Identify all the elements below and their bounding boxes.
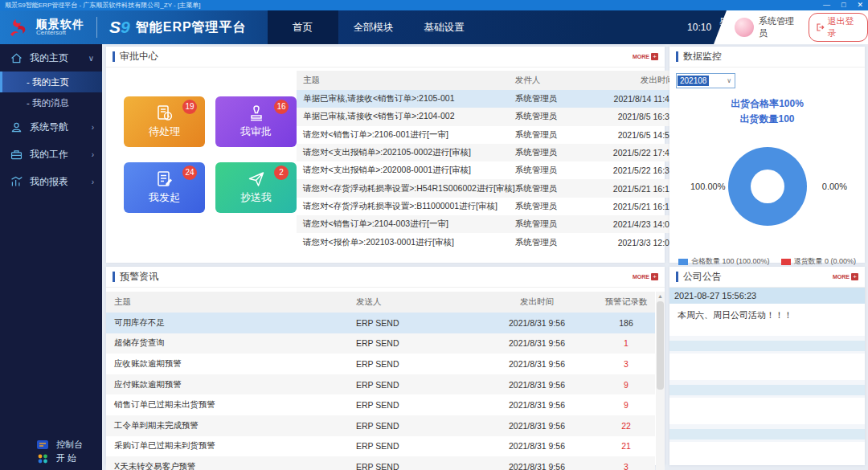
- close-button[interactable]: ✕: [857, 0, 863, 10]
- more-plus-icon: +: [651, 273, 658, 280]
- tab-basic-settings[interactable]: 基础设置: [409, 10, 480, 44]
- row-count: 3: [597, 359, 655, 369]
- monitor-panel-header: 数据监控: [669, 47, 865, 67]
- alert-table-row[interactable]: 采购订单已过期未到货预警 ERP SEND 2021/8/31 9:56 21: [106, 436, 655, 457]
- more-label: MORE: [633, 54, 649, 59]
- row-time: 2021/8/31 9:56: [477, 462, 597, 470]
- announcement-content: 本周六、周日公司活动！！！: [669, 304, 865, 336]
- start-button[interactable]: 开 始: [0, 452, 102, 465]
- row-subject: 销售订单已过期未出货预警: [106, 399, 356, 411]
- row-sender: 系统管理员: [515, 93, 596, 104]
- approval-table-row[interactable]: 单据已审核,请接收<销售订单>:2104-002 系统管理员 2021/8/5 …: [297, 108, 682, 125]
- approval-table-row[interactable]: 请您对<支出报销单>:202008-0001进行[审核] 系统管理员 2021/…: [297, 161, 682, 179]
- row-time: 2021/8/31 9:56: [477, 338, 597, 348]
- data-monitor-panel: 数据监控 202108 ∨ 出货合格率100% 出货数量100 100.00% …: [669, 47, 865, 263]
- approval-table-row[interactable]: 请您对<支出报销单>:202105-0002进行[审核] 系统管理员 2021/…: [297, 144, 682, 161]
- col-header-sender: 发件人: [515, 75, 596, 86]
- tile-my-approvals[interactable]: 16 我审批: [215, 96, 297, 147]
- row-count: 22: [597, 421, 655, 431]
- sidebar-item-my-work[interactable]: 我的工作 ›: [0, 141, 102, 168]
- more-label: MORE: [633, 274, 649, 280]
- approval-table-row[interactable]: 请您对<存货浮动耗损率设置>:B11000001进行[审核] 系统管理员 202…: [297, 198, 682, 215]
- window-title: 顺景S9智能ERP管理平台 - 广东顺景软件科技有限公司_ZY - [主菜单]: [5, 0, 200, 10]
- sidebar-item-system-nav[interactable]: 系统导航 ›: [0, 113, 102, 141]
- legend-ok: 合格数量 100 (100.00%): [678, 256, 770, 267]
- period-value: 202108: [678, 76, 709, 86]
- row-subject: 采购订单已过期未到货预警: [106, 440, 356, 452]
- period-select[interactable]: 202108 ∨: [676, 73, 735, 88]
- legend-ok-swatch: [678, 259, 688, 265]
- console-icon: [37, 440, 48, 449]
- row-sender: ERP SEND: [356, 462, 477, 470]
- approval-more-button[interactable]: MORE +: [633, 53, 658, 60]
- alert-table-row[interactable]: X天未转交易客户预警 ERP SEND 2021/8/31 9:56 3: [106, 456, 655, 470]
- row-sender: ERP SEND: [356, 400, 477, 410]
- row-sender: ERP SEND: [356, 338, 477, 348]
- alert-table-row[interactable]: 销售订单已过期未出货预警 ERP SEND 2021/8/31 9:56 9: [106, 394, 655, 415]
- approval-table-row[interactable]: 请您对<报价单>:202103-0001进行[审核] 系统管理员 2021/3/…: [297, 233, 682, 251]
- tile-label: 抄送我: [240, 190, 272, 205]
- approval-table-row[interactable]: 请您对<存货浮动耗损率设置>:H54R1S006002进行[审核] 系统管理员 …: [297, 179, 682, 197]
- tile-pending[interactable]: 19 待处理: [124, 96, 205, 147]
- row-subject: 请您对<存货浮动耗损率设置>:B11000001进行[审核]: [297, 201, 515, 212]
- scroll-thumb[interactable]: [657, 301, 664, 390]
- alerts-more-button[interactable]: MORE +: [633, 273, 658, 280]
- row-sender: 系统管理员: [515, 165, 596, 176]
- approval-table-row[interactable]: 请您对<销售订单>:2106-001进行[一审] 系统管理员 2021/6/5 …: [297, 126, 682, 144]
- row-subject: 单据已审核,请接收<销售订单>:2105-001: [297, 93, 515, 104]
- chart-title-line2: 出货数量100: [669, 112, 865, 127]
- brand-name-en: Centersoft: [36, 30, 84, 36]
- start-label: 开 始: [56, 452, 76, 464]
- row-time: 2021/8/31 9:56: [477, 421, 597, 431]
- alert-table-row[interactable]: 超储存货查询 ERP SEND 2021/8/31 9:56 1: [106, 333, 655, 354]
- row-subject: 请您对<支出报销单>:202008-0001进行[审核]: [297, 165, 515, 176]
- row-sender: ERP SEND: [356, 380, 477, 390]
- alert-table-row[interactable]: 可用库存不足 ERP SEND 2021/8/31 9:56 186: [106, 313, 655, 333]
- sidebar-item-my-home[interactable]: 我的主页 ∨: [0, 44, 102, 72]
- tab-all-modules[interactable]: 全部模块: [338, 10, 409, 44]
- brand-name: 顺景软件 Centersoft: [36, 18, 84, 36]
- document-clock-icon: [156, 104, 174, 122]
- approval-table-row[interactable]: 请您对<销售订单>:2104-003进行[一审] 系统管理员 2021/4/23…: [297, 215, 682, 233]
- avatar[interactable]: [735, 18, 754, 37]
- paper-plane-icon: [248, 170, 265, 188]
- s9-logo: S9: [109, 18, 130, 37]
- console-button[interactable]: 控制台: [0, 438, 102, 452]
- start-icon: [37, 454, 48, 464]
- alert-table-row[interactable]: 工令单到期未完成预警 ERP SEND 2021/8/31 9:56 22: [106, 415, 655, 436]
- sidebar-subitem-my-messages[interactable]: 我的消息: [0, 92, 102, 113]
- minimize-button[interactable]: —: [823, 0, 830, 10]
- col-header-subject: 主题: [106, 296, 356, 308]
- sidebar-subitem-my-home[interactable]: 我的主页: [0, 72, 102, 92]
- announcements-more-button[interactable]: MORE +: [833, 273, 858, 280]
- tile-initiated-by-me[interactable]: 24 我发起: [124, 162, 205, 213]
- logout-button[interactable]: 退出登录: [809, 13, 868, 42]
- row-sender: 系统管理员: [515, 111, 596, 122]
- stamp-icon: [248, 104, 265, 122]
- announcement-date[interactable]: 2021-08-27 15:56:23: [669, 288, 865, 304]
- announcements-panel-title: 公司公告: [676, 270, 722, 284]
- row-subject: 请您对<支出报销单>:202105-0002进行[审核]: [297, 147, 515, 158]
- monitor-panel-title: 数据监控: [676, 50, 722, 63]
- maximize-button[interactable]: □: [841, 0, 845, 10]
- row-subject: 请您对<销售订单>:2104-003进行[一审]: [297, 219, 515, 230]
- approval-rows: 单据已审核,请接收<销售订单>:2105-001 系统管理员 2021/8/14…: [297, 90, 682, 251]
- row-count: 1: [597, 338, 655, 348]
- tile-label: 待处理: [149, 125, 180, 139]
- donut-chart: 100.00% 0.00%: [669, 126, 865, 247]
- col-header-sender: 发送人: [356, 296, 477, 308]
- alert-table-row[interactable]: 应付账款逾期预警 ERP SEND 2021/8/31 9:56 9: [106, 374, 655, 395]
- approval-table-row[interactable]: 单据已审核,请接收<销售订单>:2105-001 系统管理员 2021/8/14…: [297, 90, 682, 108]
- alerts-scrollbar[interactable]: ▲ ▼: [656, 292, 665, 470]
- tile-cc-to-me[interactable]: 2 抄送我: [215, 162, 297, 213]
- legend-ok-label: 合格数量 100 (100.00%): [691, 256, 770, 267]
- scroll-up-icon[interactable]: ▲: [656, 292, 665, 300]
- person-pin-icon: [10, 121, 23, 134]
- alert-table-row[interactable]: 应收账款逾期预警 ERP SEND 2021/8/31 9:56 3: [106, 354, 655, 374]
- sidebar-item-my-reports[interactable]: 我的报表 ›: [0, 168, 102, 195]
- tab-home[interactable]: 首页: [268, 10, 338, 44]
- initiate-count-badge: 24: [182, 166, 197, 180]
- product-title: 智能ERP管理平台: [136, 19, 247, 36]
- col-header-time: 发出时间: [477, 296, 597, 308]
- col-header-subject: 主题: [297, 75, 515, 86]
